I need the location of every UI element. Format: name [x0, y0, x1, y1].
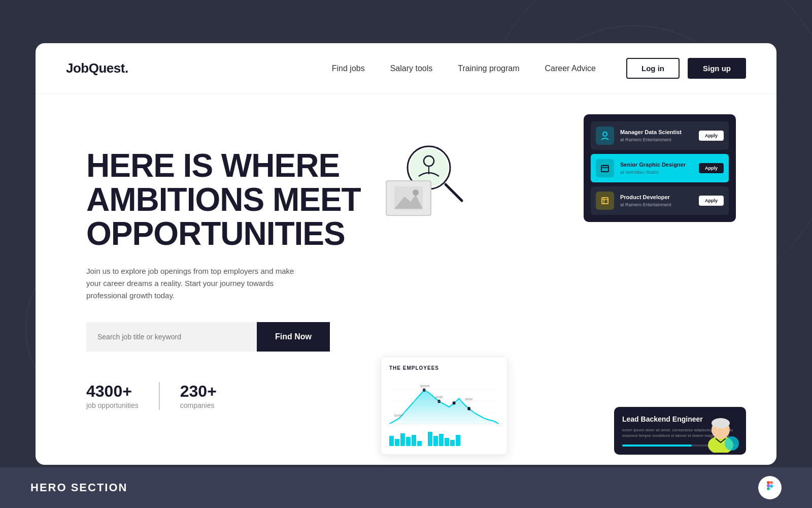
job-item-3: Product Developer at Ramero Entertainmen…	[591, 186, 729, 215]
nav-actions: Log in Sign up	[626, 58, 746, 79]
main-card: JobQuest. Find jobs Salary tools Trainin…	[36, 43, 776, 465]
figma-icon	[764, 480, 776, 495]
job-icon-1	[596, 126, 614, 145]
hero-right: Manager Data Scientist at Ramero Enterta…	[365, 94, 746, 465]
photo-frame	[386, 180, 431, 216]
svg-rect-33	[770, 481, 773, 484]
nav-find-jobs[interactable]: Find jobs	[332, 64, 365, 73]
job-item-2: Senior Graphic Designer at Sembilan Stud…	[591, 154, 729, 182]
svg-point-36	[770, 485, 773, 488]
outer-background: JobQuest. Find jobs Salary tools Trainin…	[0, 0, 812, 508]
search-input[interactable]	[86, 322, 257, 352]
svg-point-30	[712, 418, 730, 428]
logo: JobQuest.	[66, 60, 128, 76]
job-company-1: at Ramero Entertainment	[620, 137, 693, 142]
apply-button-3[interactable]: Apply	[699, 196, 724, 206]
job-info-3: Product Developer at Ramero Entertainmen…	[620, 194, 693, 207]
svg-point-7	[413, 189, 419, 196]
svg-text:amet: amet	[435, 395, 443, 400]
job-title-2: Senior Graphic Designer	[620, 162, 693, 168]
figma-button[interactable]	[758, 476, 782, 499]
nav-links: Find jobs Salary tools Training program …	[332, 64, 596, 73]
job-info-1: Manager Data Scientist at Ramero Enterta…	[620, 129, 693, 142]
employees-chart-card: THE EMPLOYEES	[381, 357, 507, 455]
stat-jobs-number: 4300+	[86, 382, 139, 401]
find-now-button[interactable]: Find Now	[257, 322, 330, 352]
chart-title: THE EMPLOYEES	[389, 365, 499, 371]
svg-rect-9	[601, 166, 608, 172]
nav-training-program[interactable]: Training program	[458, 64, 519, 73]
job-company-3: at Ramero Entertainment	[620, 202, 693, 207]
hero-headline: HERE IS WHERE AMBITIONS MEET OPPORTUNITI…	[86, 149, 365, 251]
svg-point-8	[603, 132, 607, 136]
bottom-label: HERO SECTION	[30, 481, 127, 494]
apply-button-1[interactable]: Apply	[699, 131, 724, 141]
job-title-3: Product Developer	[620, 194, 693, 201]
svg-text:lorem: lorem	[394, 413, 403, 418]
job-company-2: at Sembilan Studio	[620, 170, 693, 175]
svg-point-17	[453, 401, 456, 405]
navbar: JobQuest. Find jobs Salary tools Trainin…	[36, 43, 776, 94]
job-icon-2	[596, 159, 614, 177]
svg-text:dolor: dolor	[465, 396, 473, 401]
svg-rect-13	[602, 198, 608, 204]
stat-companies-number: 230+	[180, 382, 217, 401]
search-bar: Find Now	[86, 322, 330, 352]
signup-button[interactable]: Sign up	[688, 58, 746, 79]
stat-companies-label: companies	[180, 401, 215, 409]
svg-rect-35	[767, 487, 770, 490]
login-button[interactable]: Log in	[626, 58, 680, 79]
job-info-2: Senior Graphic Designer at Sembilan Stud…	[620, 162, 693, 174]
job-icon-3	[596, 192, 614, 210]
lead-backend-card: Lead Backend Engineer lorem ipsum dolor …	[614, 407, 746, 455]
stat-companies: 230+ companies	[159, 382, 237, 410]
stat-jobs-label: job opportunities	[86, 401, 139, 409]
hero-left: HERE IS WHERE AMBITIONS MEET OPPORTUNITI…	[86, 149, 365, 410]
svg-point-18	[467, 407, 470, 410]
svg-line-4	[446, 184, 462, 201]
chart-area: ipsum lorem dolor amet	[389, 376, 499, 427]
hero-subtitle: Join us to explore job openings from top…	[86, 265, 299, 302]
nav-career-advice[interactable]: Career Advice	[545, 64, 596, 73]
svg-rect-34	[767, 484, 770, 487]
stats: 4300+ job opportunities 230+ companies	[86, 382, 365, 410]
stat-jobs: 4300+ job opportunities	[86, 382, 159, 410]
apply-button-2[interactable]: Apply	[699, 163, 724, 173]
svg-point-31	[725, 436, 739, 451]
svg-rect-32	[767, 481, 770, 484]
svg-text:ipsum: ipsum	[420, 384, 429, 389]
bottom-bar: HERO SECTION	[0, 467, 812, 508]
hero-section: HERE IS WHERE AMBITIONS MEET OPPORTUNITI…	[36, 94, 776, 465]
nav-salary-tools[interactable]: Salary tools	[390, 64, 433, 73]
job-item-1: Manager Data Scientist at Ramero Enterta…	[591, 121, 729, 150]
job-listings-card: Manager Data Scientist at Ramero Enterta…	[584, 114, 736, 222]
person-avatar	[700, 407, 741, 455]
job-title-1: Manager Data Scientist	[620, 129, 693, 136]
lead-progress-fill	[622, 444, 692, 447]
